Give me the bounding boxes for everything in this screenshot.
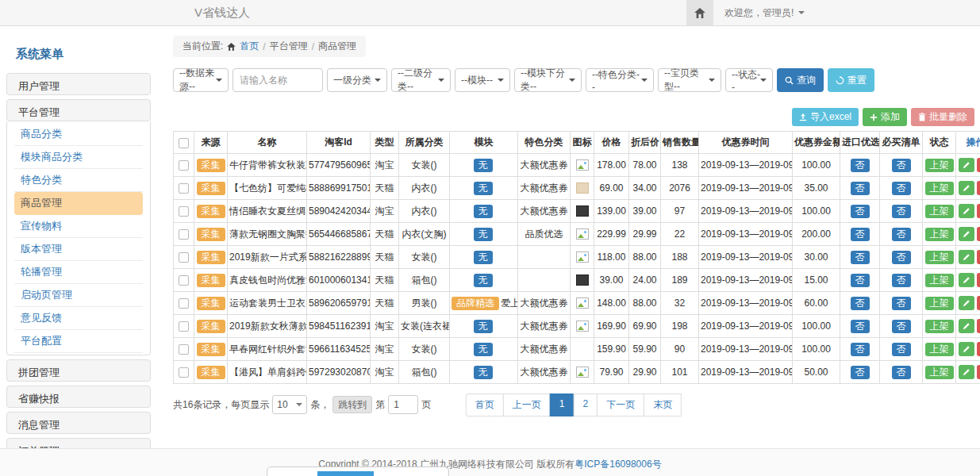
page-button[interactable]: 上一页 [503, 393, 551, 416]
page-button[interactable]: 下一页 [597, 393, 644, 416]
page-button[interactable]: 首页 [466, 393, 504, 416]
sidebar-panel[interactable]: 省赚快报 [6, 386, 151, 408]
status-badge[interactable]: 上架 [925, 159, 954, 172]
delete-button[interactable] [977, 250, 980, 264]
sidebar-panel[interactable]: 拼团管理 [6, 359, 151, 382]
row-checkbox[interactable] [179, 229, 189, 240]
sidebar-submenu-item[interactable]: 平台配置 [14, 330, 143, 353]
row-checkbox[interactable] [179, 367, 189, 378]
sidebar-submenu-item[interactable]: 模块商品分类 [14, 146, 143, 169]
page-button[interactable]: 2 [574, 393, 598, 416]
edit-button[interactable] [959, 365, 974, 379]
search-button[interactable]: 查询 [777, 68, 824, 92]
per-page-select[interactable]: 10 [272, 395, 307, 414]
sidebar-panel[interactable]: 平台管理 [6, 99, 151, 121]
imported-badge[interactable]: 否 [851, 366, 870, 379]
reset-button[interactable]: 重置 [828, 68, 874, 92]
row-checkbox[interactable] [179, 183, 189, 194]
edit-button[interactable] [959, 319, 974, 333]
page-button[interactable]: 1 [550, 393, 575, 416]
filter-level2-select[interactable]: --二级分类-- [391, 68, 451, 92]
home-button[interactable] [686, 0, 713, 25]
sidebar-panel[interactable]: 用户管理 [6, 73, 151, 95]
imported-badge[interactable]: 否 [851, 159, 870, 172]
import-excel-button[interactable]: 导入excel [792, 108, 859, 126]
delete-button[interactable] [977, 158, 980, 172]
status-badge[interactable]: 上架 [925, 320, 954, 333]
must-buy-badge[interactable]: 否 [892, 182, 911, 195]
filter-item-type-select[interactable]: --宝贝类型-- [658, 68, 721, 92]
must-buy-badge[interactable]: 否 [892, 366, 911, 379]
status-badge[interactable]: 上架 [925, 228, 954, 241]
edit-button[interactable] [959, 181, 974, 195]
user-menu[interactable]: 欢迎您，管理员! [724, 6, 805, 20]
jump-button[interactable]: 跳转到 [332, 396, 372, 413]
filter-feature-select[interactable]: --特色分类-- [586, 68, 654, 92]
imported-badge[interactable]: 否 [851, 343, 870, 356]
imported-badge[interactable]: 否 [851, 274, 870, 287]
delete-button[interactable] [977, 204, 980, 218]
delete-button[interactable] [977, 342, 980, 356]
row-checkbox[interactable] [179, 252, 189, 263]
sidebar-submenu-item[interactable]: 启动页管理 [14, 284, 143, 307]
edit-button[interactable] [959, 158, 974, 172]
sidebar-submenu-item[interactable]: 特色分类 [14, 169, 143, 192]
status-badge[interactable]: 上架 [925, 182, 954, 195]
delete-button[interactable] [977, 296, 980, 310]
imported-badge[interactable]: 否 [851, 182, 870, 195]
status-badge[interactable]: 上架 [925, 205, 954, 218]
sidebar-submenu-item[interactable]: 商品分类 [14, 123, 143, 146]
imported-badge[interactable]: 否 [851, 205, 870, 218]
filter-status-select[interactable]: --状态-- [725, 68, 773, 92]
imported-badge[interactable]: 否 [851, 228, 870, 241]
select-all-checkbox[interactable] [179, 138, 189, 148]
row-checkbox[interactable] [179, 321, 189, 332]
sidebar-submenu-item[interactable]: 商品管理 [14, 192, 143, 215]
sidebar-panel[interactable]: 消息管理 [6, 412, 151, 434]
edit-button[interactable] [959, 273, 974, 287]
filter-level1-select[interactable]: 一级分类 [327, 68, 387, 92]
sidebar-submenu-item[interactable]: 轮播管理 [14, 261, 143, 284]
row-checkbox[interactable] [179, 206, 189, 217]
page-number-input[interactable] [388, 395, 418, 414]
edit-button[interactable] [959, 227, 974, 241]
must-buy-badge[interactable]: 否 [892, 159, 911, 172]
batch-delete-button[interactable]: 批量删除 [911, 108, 974, 126]
row-checkbox[interactable] [179, 344, 189, 355]
edit-button[interactable] [959, 204, 974, 218]
must-buy-badge[interactable]: 否 [892, 205, 911, 218]
must-buy-badge[interactable]: 否 [892, 297, 911, 310]
must-buy-badge[interactable]: 否 [892, 320, 911, 333]
filter-module-sub-select[interactable]: --模块下分类-- [514, 68, 582, 92]
page-button[interactable]: 末页 [644, 393, 682, 416]
status-badge[interactable]: 上架 [925, 297, 954, 310]
imported-badge[interactable]: 否 [851, 297, 870, 310]
delete-button[interactable] [977, 227, 980, 241]
must-buy-badge[interactable]: 否 [892, 251, 911, 264]
breadcrumb-home-link[interactable]: 首页 [240, 40, 259, 53]
imported-badge[interactable]: 否 [851, 251, 870, 264]
sidebar-submenu-item[interactable]: 宣传物料 [14, 215, 143, 238]
delete-button[interactable] [977, 273, 980, 287]
row-checkbox[interactable] [179, 298, 189, 309]
delete-button[interactable] [977, 319, 980, 333]
status-badge[interactable]: 上架 [925, 343, 954, 356]
status-badge[interactable]: 上架 [925, 274, 954, 287]
sidebar-submenu-item[interactable]: 意见反馈 [14, 307, 143, 330]
edit-button[interactable] [959, 342, 974, 356]
must-buy-badge[interactable]: 否 [892, 228, 911, 241]
status-badge[interactable]: 上架 [925, 251, 954, 264]
edit-button[interactable] [959, 296, 974, 310]
must-buy-badge[interactable]: 否 [892, 274, 911, 287]
edit-button[interactable] [959, 250, 974, 264]
sidebar-submenu-item[interactable]: 版本管理 [14, 238, 143, 261]
filter-module-select[interactable]: --模块-- [455, 68, 510, 92]
status-badge[interactable]: 上架 [925, 366, 954, 379]
must-buy-badge[interactable]: 否 [892, 343, 911, 356]
delete-button[interactable] [977, 181, 980, 195]
imported-badge[interactable]: 否 [851, 320, 870, 333]
add-button[interactable]: 添加 [863, 108, 907, 126]
row-checkbox[interactable] [179, 160, 189, 171]
filter-data-source-select[interactable]: --数据来源-- [173, 68, 229, 92]
name-search-input[interactable] [233, 68, 323, 92]
